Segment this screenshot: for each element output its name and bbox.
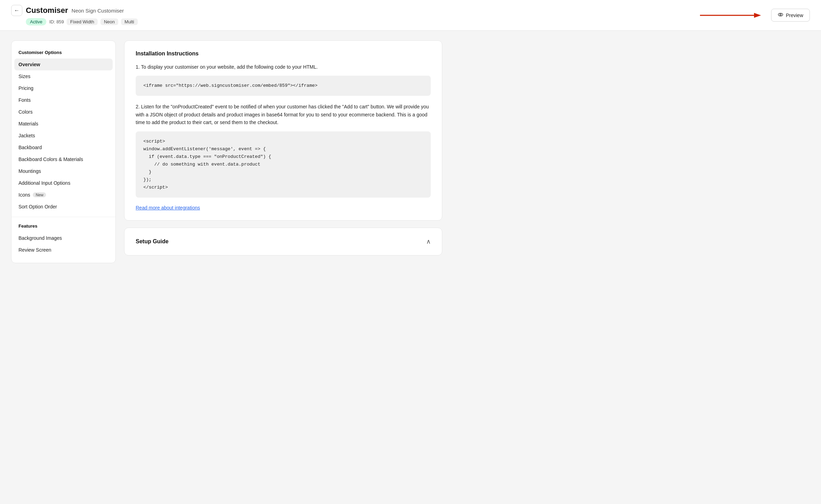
header-title-row: ← Customiser Neon Sign Customiser	[11, 5, 138, 16]
header-right: Preview	[700, 9, 810, 22]
svg-point-2	[778, 13, 783, 16]
sidebar-item-sizes[interactable]: Sizes	[12, 70, 115, 82]
sidebar-item-sort-order[interactable]: Sort Option Order	[12, 201, 115, 213]
svg-marker-1	[754, 13, 761, 18]
sidebar-features-title: Features	[12, 221, 115, 232]
installation-title: Installation Instructions	[136, 51, 431, 57]
tag-multi: Multi	[121, 18, 137, 25]
back-icon: ←	[14, 7, 20, 14]
header-tags: Active ID: 859 Fixed Width Neon Multi	[26, 18, 138, 25]
sidebar-item-mountings[interactable]: Mountings	[12, 165, 115, 177]
header: ← Customiser Neon Sign Customiser Active…	[0, 0, 821, 31]
id-badge: ID: 859	[49, 19, 64, 24]
step2-text: 2. Listen for the "onProductCreated" eve…	[136, 103, 431, 126]
arrow-indicator	[700, 10, 763, 20]
sidebar: Customiser Options Overview Sizes Pricin…	[11, 40, 116, 263]
setup-guide-header: Setup Guide ∧	[136, 238, 431, 245]
setup-guide-title: Setup Guide	[136, 238, 168, 245]
app-title: Customiser	[26, 6, 68, 15]
main-content: Installation Instructions 1. To display …	[124, 40, 442, 263]
sidebar-item-additional-input[interactable]: Additional Input Options	[12, 177, 115, 189]
main-layout: Customiser Options Overview Sizes Pricin…	[0, 31, 453, 273]
chevron-up-icon[interactable]: ∧	[426, 238, 431, 245]
sidebar-item-review-screen[interactable]: Review Screen	[12, 244, 115, 256]
preview-label: Preview	[786, 13, 803, 18]
code-block-1: <iframe src="https://web.signcustomiser.…	[136, 76, 431, 96]
icons-label: Icons	[18, 192, 30, 198]
sidebar-item-backboard[interactable]: Backboard	[12, 142, 115, 153]
tag-fixed-width: Fixed Width	[67, 18, 98, 25]
svg-point-3	[780, 14, 781, 15]
step1-text: 1. To display your customiser on your we…	[136, 63, 431, 71]
read-more-link[interactable]: Read more about integrations	[136, 205, 200, 211]
installation-card: Installation Instructions 1. To display …	[124, 40, 442, 221]
eye-icon	[778, 12, 783, 18]
status-badge: Active	[26, 18, 46, 25]
sidebar-divider	[12, 217, 115, 217]
sidebar-item-jackets[interactable]: Jackets	[12, 130, 115, 142]
code-block-2: <script> window.addEventListener('messag…	[136, 131, 431, 198]
sidebar-item-overview[interactable]: Overview	[14, 59, 113, 70]
sidebar-item-backboard-colors[interactable]: Backboard Colors & Materials	[12, 153, 115, 165]
sidebar-item-materials[interactable]: Materials	[12, 118, 115, 130]
preview-button[interactable]: Preview	[771, 9, 810, 22]
sidebar-item-colors[interactable]: Colors	[12, 106, 115, 118]
sidebar-item-icons[interactable]: Icons New	[12, 189, 115, 201]
setup-guide-card: Setup Guide ∧	[124, 228, 442, 255]
header-left: ← Customiser Neon Sign Customiser Active…	[11, 5, 138, 25]
app-subtitle: Neon Sign Customiser	[71, 8, 124, 14]
red-arrow-svg	[700, 10, 763, 20]
sidebar-item-background-images[interactable]: Background Images	[12, 232, 115, 244]
new-badge: New	[33, 192, 46, 197]
sidebar-item-fonts[interactable]: Fonts	[12, 94, 115, 106]
back-button[interactable]: ←	[11, 5, 22, 16]
sidebar-options-title: Customiser Options	[12, 48, 115, 59]
tag-neon: Neon	[100, 18, 118, 25]
sidebar-item-pricing[interactable]: Pricing	[12, 82, 115, 94]
